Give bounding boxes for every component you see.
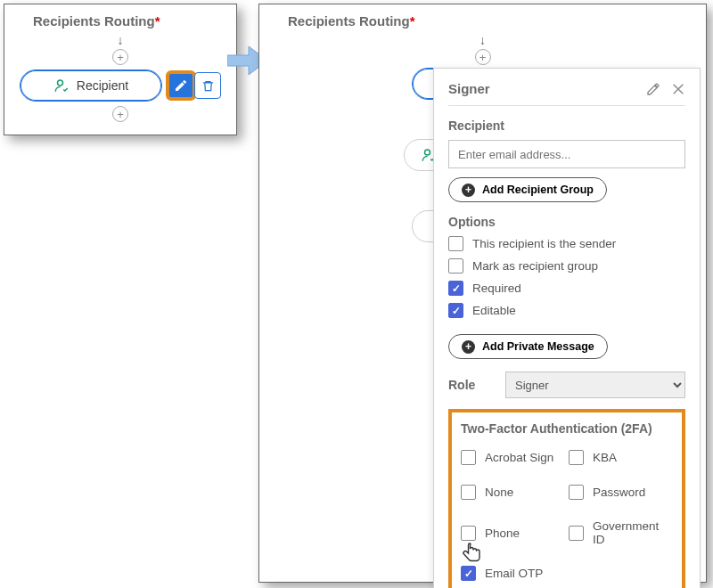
heading-text: Recipients Routing — [288, 13, 410, 29]
tfa-grid: Acrobat Sign KBA None Password Phone Gov… — [461, 443, 673, 588]
svg-point-0 — [57, 80, 62, 86]
checkbox[interactable] — [461, 450, 476, 465]
required-asterisk: * — [155, 13, 160, 29]
tfa-phone[interactable]: Phone — [461, 519, 565, 546]
checkbox[interactable] — [461, 566, 476, 581]
heading-left: Recipients Routing* — [4, 4, 236, 32]
down-arrow-icon: ↓ — [479, 34, 486, 46]
tfa-emailotp[interactable]: Email OTP — [461, 566, 565, 581]
checkbox-label: Government ID — [593, 519, 673, 546]
checkbox-label: Editable — [472, 304, 516, 317]
checkbox-label: KBA — [593, 451, 617, 464]
before-panel: Recipients Routing* ↓ + Recipient + — [4, 4, 237, 135]
pencil-icon[interactable] — [646, 82, 660, 96]
plus-icon: + — [462, 340, 475, 354]
checkbox[interactable] — [569, 526, 584, 541]
button-label: Add Recipient Group — [482, 184, 594, 196]
node-label: Recipient — [77, 78, 128, 93]
add-node-button[interactable]: + — [475, 49, 491, 65]
checkbox[interactable] — [448, 236, 463, 251]
add-node-button[interactable]: + — [112, 106, 128, 122]
down-arrow-icon: ↓ — [118, 34, 124, 46]
close-icon[interactable] — [671, 82, 685, 96]
checkbox-label: Phone — [485, 527, 520, 540]
role-label: Role — [448, 378, 495, 392]
heading-text: Recipients Routing — [33, 13, 155, 29]
options-heading: Options — [448, 215, 685, 229]
option-required[interactable]: Required — [448, 281, 685, 296]
heading-right: Recipients Routing* — [259, 4, 706, 32]
recipient-node[interactable]: Recipient — [20, 69, 162, 102]
tfa-section: Two-Factor Authentication (2FA) Acrobat … — [448, 409, 685, 588]
checkbox-label: Acrobat Sign — [485, 451, 553, 464]
option-editable[interactable]: Editable — [448, 303, 685, 318]
checkbox[interactable] — [448, 258, 463, 274]
recipient-heading: Recipient — [448, 118, 685, 133]
checkbox-label: Required — [472, 282, 521, 295]
option-sender[interactable]: This recipient is the sender — [448, 236, 685, 251]
add-node-button[interactable]: + — [112, 49, 128, 65]
checkbox[interactable] — [448, 281, 463, 296]
checkbox[interactable] — [569, 485, 584, 500]
delete-node-button[interactable] — [194, 72, 221, 99]
checkbox-label: Email OTP — [485, 567, 543, 580]
add-recipient-group-button[interactable]: + Add Recipient Group — [448, 177, 607, 202]
tfa-acrobat[interactable]: Acrobat Sign — [461, 450, 565, 465]
email-input[interactable] — [448, 140, 685, 168]
person-check-icon — [53, 78, 70, 94]
panel-header: Signer — [448, 81, 685, 106]
panel-title: Signer — [448, 81, 490, 96]
pencil-icon — [174, 78, 188, 93]
role-row: Role Signer — [448, 372, 685, 398]
tfa-heading: Two-Factor Authentication (2FA) — [461, 421, 673, 436]
checkbox[interactable] — [569, 450, 584, 465]
checkbox-label: Password — [593, 486, 645, 499]
option-mark-group[interactable]: Mark as recipient group — [448, 258, 685, 274]
node-row: Recipient — [20, 69, 221, 102]
checkbox[interactable] — [461, 526, 476, 541]
tfa-govid[interactable]: Government ID — [569, 519, 673, 546]
checkbox[interactable] — [461, 485, 476, 500]
button-label: Add Private Message — [482, 340, 594, 353]
edit-button[interactable] — [168, 72, 194, 99]
plus-icon: + — [462, 184, 475, 197]
required-asterisk: * — [410, 13, 415, 29]
role-select[interactable]: Signer — [505, 372, 685, 398]
tfa-none[interactable]: None — [461, 485, 565, 500]
tfa-kba[interactable]: KBA — [569, 450, 673, 465]
checkbox-label: Mark as recipient group — [472, 259, 598, 273]
tfa-password[interactable]: Password — [569, 485, 673, 500]
svg-point-2 — [424, 150, 430, 155]
panel-header-actions — [646, 82, 685, 96]
trash-icon — [201, 79, 215, 93]
flow-column: ↓ + Recipient + — [4, 32, 236, 125]
add-private-message-button[interactable]: + Add Private Message — [448, 334, 608, 359]
properties-panel: Signer Recipient + Add Recipient Group O… — [433, 68, 701, 588]
checkbox[interactable] — [448, 303, 463, 318]
node-actions — [168, 72, 221, 99]
checkbox-label: None — [485, 486, 513, 499]
checkbox-label: This recipient is the sender — [472, 237, 616, 250]
